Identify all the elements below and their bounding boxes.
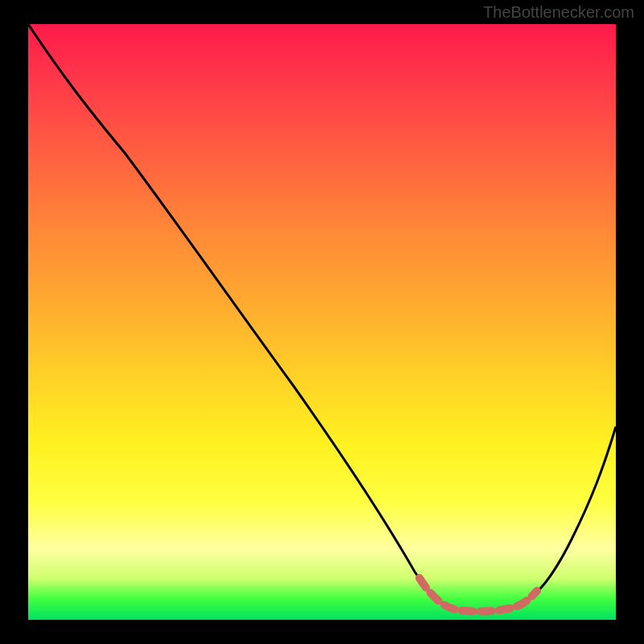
plot-area [28, 24, 616, 620]
curve-svg [28, 24, 616, 620]
chart-container: TheBottlenecker.com [0, 0, 644, 644]
bottleneck-curve-line [28, 24, 616, 612]
highlight-segment [419, 578, 537, 612]
watermark-text: TheBottlenecker.com [483, 3, 634, 22]
